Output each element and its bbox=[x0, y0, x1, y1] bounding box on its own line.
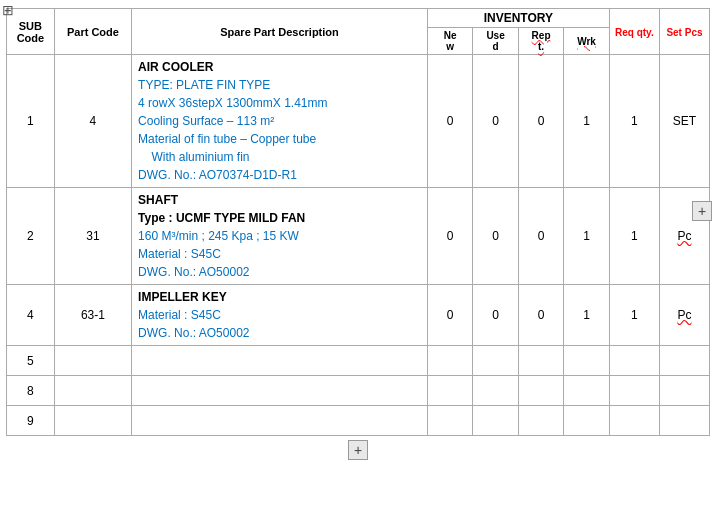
header-wrk: Wrk bbox=[564, 28, 610, 55]
wrk-val: 1 bbox=[564, 188, 610, 285]
req-val bbox=[609, 376, 659, 406]
sub-code-cell: 9 bbox=[7, 406, 55, 436]
rep-val: 0 bbox=[518, 188, 563, 285]
new-val: 0 bbox=[427, 188, 472, 285]
set-val bbox=[659, 346, 709, 376]
used-val bbox=[473, 346, 518, 376]
sub-code-cell: 2 bbox=[7, 188, 55, 285]
req-val bbox=[609, 346, 659, 376]
req-val: 1 bbox=[609, 188, 659, 285]
header-rep: Rept. bbox=[518, 28, 563, 55]
desc-cell bbox=[132, 346, 428, 376]
desc-cell: IMPELLER KEY Material : S45C DWG. No.: A… bbox=[132, 285, 428, 346]
desc-cell: SHAFT Type : UCMF TYPE MILD FAN 160 M³/m… bbox=[132, 188, 428, 285]
desc-cell bbox=[132, 406, 428, 436]
used-val: 0 bbox=[473, 55, 518, 188]
req-val: 1 bbox=[609, 285, 659, 346]
sub-code-cell: 1 bbox=[7, 55, 55, 188]
wrk-val bbox=[564, 406, 610, 436]
part-code-cell: 4 bbox=[54, 55, 131, 188]
part-code-cell bbox=[54, 346, 131, 376]
header-req-qty: Req qty. bbox=[609, 9, 659, 55]
req-val: 1 bbox=[609, 55, 659, 188]
wrk-val: 1 bbox=[564, 55, 610, 188]
wrk-val: 1 bbox=[564, 285, 610, 346]
header-description: Spare Part Description bbox=[132, 9, 428, 55]
new-val bbox=[427, 346, 472, 376]
new-val bbox=[427, 376, 472, 406]
add-column-button[interactable]: + bbox=[692, 201, 712, 221]
desc-cell: AIR COOLER TYPE: PLATE FIN TYPE 4 rowX 3… bbox=[132, 55, 428, 188]
part-code-cell bbox=[54, 376, 131, 406]
req-val bbox=[609, 406, 659, 436]
new-val bbox=[427, 406, 472, 436]
sub-code-cell: 5 bbox=[7, 346, 55, 376]
table-row: 1 4 AIR COOLER TYPE: PLATE FIN TYPE 4 ro… bbox=[7, 55, 710, 188]
header-inventory: INVENTORY bbox=[427, 9, 609, 28]
rep-val: 0 bbox=[518, 55, 563, 188]
header-set-pcs: Set Pcs bbox=[659, 9, 709, 55]
new-val: 0 bbox=[427, 285, 472, 346]
set-val bbox=[659, 376, 709, 406]
table-row: 9 bbox=[7, 406, 710, 436]
wrk-val bbox=[564, 346, 610, 376]
header-new: New bbox=[427, 28, 472, 55]
header-part-code: Part Code bbox=[54, 9, 131, 55]
rep-val bbox=[518, 406, 563, 436]
set-val bbox=[659, 406, 709, 436]
rep-val: 0 bbox=[518, 285, 563, 346]
wrk-val bbox=[564, 376, 610, 406]
header-used: Used bbox=[473, 28, 518, 55]
used-val: 0 bbox=[473, 188, 518, 285]
corner-icon: ⊞ bbox=[2, 2, 14, 18]
set-val: Pc bbox=[659, 285, 709, 346]
table-row: 8 bbox=[7, 376, 710, 406]
sub-code-cell: 8 bbox=[7, 376, 55, 406]
set-val: SET bbox=[659, 55, 709, 188]
table-row: 5 bbox=[7, 346, 710, 376]
part-code-cell bbox=[54, 406, 131, 436]
table-row: 2 31 SHAFT Type : UCMF TYPE MILD FAN 160… bbox=[7, 188, 710, 285]
used-val: 0 bbox=[473, 285, 518, 346]
used-val bbox=[473, 406, 518, 436]
add-row-button[interactable]: + bbox=[348, 440, 368, 460]
used-val bbox=[473, 376, 518, 406]
rep-val bbox=[518, 346, 563, 376]
new-val: 0 bbox=[427, 55, 472, 188]
table-row: 4 63-1 IMPELLER KEY Material : S45C DWG.… bbox=[7, 285, 710, 346]
part-code-cell: 31 bbox=[54, 188, 131, 285]
rep-val bbox=[518, 376, 563, 406]
desc-cell bbox=[132, 376, 428, 406]
part-code-cell: 63-1 bbox=[54, 285, 131, 346]
sub-code-cell: 4 bbox=[7, 285, 55, 346]
